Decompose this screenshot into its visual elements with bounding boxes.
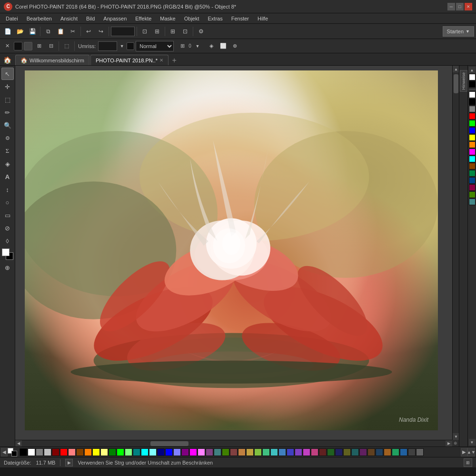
color-swatch-h-48[interactable] bbox=[408, 448, 416, 456]
menu-item-extras[interactable]: Extras bbox=[204, 15, 227, 22]
color-swatch-sidebar-9[interactable] bbox=[469, 141, 476, 148]
color-swatch-h-27[interactable] bbox=[238, 448, 246, 456]
color-swatch-sidebar-6[interactable] bbox=[469, 120, 476, 127]
scroll-down-arrow[interactable]: ▼ bbox=[453, 433, 459, 440]
umriss-dec[interactable]: ▼ bbox=[119, 41, 125, 51]
color-swatch-h-38[interactable] bbox=[327, 448, 335, 456]
opacity-input-btn[interactable]: ⊞ bbox=[177, 41, 188, 51]
color-swatch-sidebar-12[interactable] bbox=[469, 163, 476, 169]
vertical-scrollbar[interactable]: ▲ ▼ bbox=[452, 66, 459, 440]
blend-mode-select[interactable]: Normal bbox=[136, 41, 174, 51]
menu-item-objekt[interactable]: Objekt bbox=[180, 15, 203, 22]
actual-size-button[interactable]: ⊞ bbox=[151, 26, 163, 37]
menu-item-ansicht[interactable]: Ansicht bbox=[57, 15, 81, 22]
color-swatch-h-25[interactable] bbox=[222, 448, 229, 456]
color-swatch-h-13[interactable] bbox=[125, 448, 132, 456]
color-swatch-h-9[interactable] bbox=[92, 448, 100, 456]
snap-button[interactable]: ⊡ bbox=[179, 26, 191, 37]
add-tab-button[interactable]: + bbox=[169, 56, 179, 65]
brush-tool-button[interactable]: ✏ bbox=[1, 106, 14, 119]
menu-item-hilfe[interactable]: Hilfe bbox=[254, 15, 272, 22]
menu-item-bild[interactable]: Bild bbox=[82, 15, 99, 22]
color-swatch-sidebar-0[interactable] bbox=[469, 74, 476, 80]
minimize-button[interactable]: ─ bbox=[447, 3, 455, 10]
redo-button[interactable]: ↪ bbox=[95, 26, 107, 37]
color-swatch-h-23[interactable] bbox=[206, 448, 213, 456]
clip-btn[interactable]: ⬜ bbox=[218, 41, 228, 51]
color-swatch-sidebar-5[interactable] bbox=[469, 113, 476, 119]
menu-item-datei[interactable]: Datei bbox=[2, 15, 22, 22]
color-swatch-h-18[interactable] bbox=[165, 448, 173, 456]
palette-scroll-right[interactable]: ▶ bbox=[461, 448, 467, 456]
color-swatch-h-1[interactable] bbox=[28, 448, 35, 456]
opacity-dec-btn[interactable]: ▼ bbox=[192, 41, 203, 51]
color-swatch-h-33[interactable] bbox=[287, 448, 294, 456]
tool-option-6[interactable]: ⬚ bbox=[61, 41, 72, 51]
color-swatch-h-35[interactable] bbox=[303, 448, 310, 456]
color-swatch-h-4[interactable] bbox=[52, 448, 60, 456]
palette-fg-bg[interactable] bbox=[8, 448, 17, 456]
color-swatch-h-28[interactable] bbox=[246, 448, 254, 456]
menu-item-bearbeiten[interactable]: Bearbeiten bbox=[23, 15, 56, 22]
hints-tab[interactable]: Hinweise bbox=[460, 70, 467, 92]
diamond-tool-button[interactable]: ◈ bbox=[1, 158, 14, 170]
zoom-input[interactable]: 50% bbox=[111, 27, 135, 36]
color-swatch-h-12[interactable] bbox=[117, 448, 124, 456]
color-swatch-h-20[interactable] bbox=[181, 448, 189, 456]
cut-button[interactable]: ✂ bbox=[67, 26, 79, 37]
copy-button[interactable]: ⧉ bbox=[42, 26, 54, 37]
new-file-button[interactable]: 📄 bbox=[2, 26, 13, 37]
color-swatch-sidebar-14[interactable] bbox=[469, 177, 476, 184]
color-swatch-h-5[interactable] bbox=[60, 448, 68, 456]
scroll-right-arrow[interactable]: ▶ bbox=[446, 440, 452, 447]
fit-page-button[interactable]: ⊡ bbox=[139, 26, 150, 37]
tool-option-3[interactable] bbox=[24, 42, 32, 50]
open-file-button[interactable]: 📂 bbox=[14, 26, 26, 37]
color-swatch-sidebar-16[interactable] bbox=[469, 191, 476, 198]
color-swatch-h-29[interactable] bbox=[254, 448, 262, 456]
color-swatch-sidebar-13[interactable] bbox=[469, 170, 476, 177]
add-tool-button[interactable]: ⊕ bbox=[1, 261, 14, 274]
menu-item-anpassen[interactable]: Anpassen bbox=[99, 15, 130, 22]
add-layer-btn[interactable]: ⊕ bbox=[230, 41, 240, 51]
sigma-tool-button[interactable]: Σ bbox=[1, 145, 14, 157]
color-swatch-h-30[interactable] bbox=[262, 448, 270, 456]
paste-button[interactable]: 📋 bbox=[55, 26, 66, 37]
menu-item-maske[interactable]: Maske bbox=[156, 15, 179, 22]
color-swatch-sidebar-4[interactable] bbox=[469, 106, 476, 112]
horizontal-scrollbar-thumb[interactable] bbox=[150, 441, 188, 446]
menu-item-fenster[interactable]: Fenster bbox=[228, 15, 253, 22]
color-swatch-h-0[interactable] bbox=[20, 448, 27, 456]
foreground-background-color[interactable] bbox=[2, 248, 13, 260]
color-swatch-h-16[interactable] bbox=[149, 448, 157, 456]
clone-tool-button[interactable]: ↕ bbox=[1, 183, 14, 196]
start-button[interactable]: Starten ▼ bbox=[443, 26, 474, 37]
tool-option-5[interactable]: ⊟ bbox=[46, 41, 56, 51]
color-sidebar-scroll-down[interactable]: ▼ bbox=[469, 439, 476, 446]
tab-close-button[interactable]: ✕ bbox=[159, 58, 163, 63]
color-swatch-sidebar-15[interactable] bbox=[469, 184, 476, 191]
pointer-tool-button[interactable]: ↖ bbox=[1, 68, 14, 80]
expand-palette-button[interactable]: ▲▼ bbox=[467, 448, 475, 456]
color-swatch-h-32[interactable] bbox=[278, 448, 286, 456]
color-sidebar-scroll-up[interactable]: ▲ bbox=[469, 67, 476, 73]
color-swatch-h-46[interactable] bbox=[392, 448, 399, 456]
umriss-input[interactable]: 0 bbox=[98, 41, 117, 51]
color-swatch-h-15[interactable] bbox=[141, 448, 149, 456]
color-swatch-h-7[interactable] bbox=[76, 448, 84, 456]
status-corner-button[interactable]: ⊞ bbox=[464, 458, 472, 467]
palette-scroll-left[interactable]: ◀ bbox=[1, 448, 8, 456]
color-swatch-sidebar-11[interactable] bbox=[469, 156, 476, 162]
tool-option-2[interactable] bbox=[14, 42, 22, 50]
vertical-scrollbar-thumb[interactable] bbox=[454, 74, 458, 93]
color-swatch-h-26[interactable] bbox=[230, 448, 238, 456]
save-button[interactable]: 💾 bbox=[27, 26, 38, 37]
status-info-button[interactable]: ▶ bbox=[65, 459, 73, 466]
scroll-left-arrow[interactable]: ◀ bbox=[15, 440, 22, 447]
color-swatch-h-31[interactable] bbox=[270, 448, 278, 456]
tool-option-1[interactable]: ✕ bbox=[2, 41, 12, 51]
eraser-tool-button[interactable]: ⊘ bbox=[1, 222, 14, 234]
color-swatch-h-17[interactable] bbox=[157, 448, 165, 456]
color-swatch-h-11[interactable] bbox=[109, 448, 116, 456]
umriss-square[interactable] bbox=[127, 42, 134, 50]
